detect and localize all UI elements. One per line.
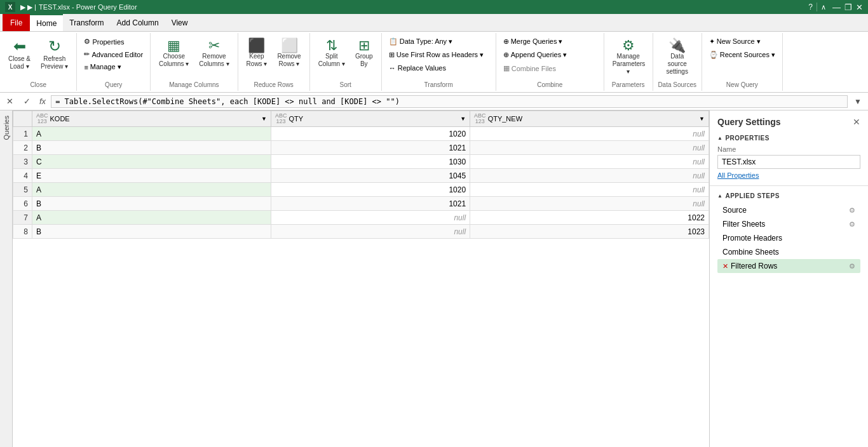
first-row-headers-btn[interactable]: ⊞ Use First Row as Headers ▾	[386, 49, 492, 61]
qty-cell: null	[271, 211, 470, 225]
name-input[interactable]	[717, 155, 860, 169]
close-load-label: Close &Load ▾	[8, 55, 31, 70]
first-row-label: Use First Row as Headers ▾	[397, 51, 484, 59]
row-number: 4	[13, 169, 32, 183]
maximize-btn[interactable]: ❐	[844, 3, 852, 12]
group-by-label: GroupBy	[355, 53, 373, 68]
quick-access: ▶ ▶ |	[20, 3, 36, 11]
append-label: Append Queries ▾	[511, 51, 567, 59]
formula-input[interactable]	[51, 95, 848, 108]
combine-files-btn[interactable]: ▦ Combine Files	[500, 62, 600, 74]
kode-cell: B	[32, 141, 271, 155]
data-sources-group-label: Data Sources	[658, 81, 696, 88]
home-menu-item[interactable]: Home	[30, 14, 63, 31]
manage-parameters-btn[interactable]: ⚙ ManageParameters ▾	[608, 36, 649, 79]
applied-step[interactable]: Filter Sheets⚙	[717, 217, 860, 231]
data-source-icon: 🔌	[668, 39, 686, 53]
help-icon[interactable]: ?	[808, 3, 813, 11]
formula-confirm-btn[interactable]: ✓	[20, 95, 34, 107]
qty-cell: 1020	[271, 127, 470, 141]
merge-icon: ⊕	[503, 37, 509, 46]
step-delete-icon[interactable]: ✕	[722, 262, 728, 270]
kode-cell: C	[32, 155, 271, 169]
qty-new-header[interactable]: ABC123 QTY_NEW ▼	[470, 111, 709, 127]
minimize-btn[interactable]: —	[832, 3, 841, 12]
table-row: 5A1020null	[13, 183, 709, 197]
queries-label[interactable]: Queries	[3, 116, 10, 140]
manage-btn[interactable]: ≡ Manage ▾	[81, 61, 146, 73]
transform-group-label: Transform	[424, 81, 453, 88]
recent-sources-btn[interactable]: ⌚ Recent Sources ▾	[706, 49, 778, 61]
table-row: 3C1030null	[13, 155, 709, 169]
data-type-btn[interactable]: 📋 Data Type: Any ▾	[386, 36, 492, 48]
fx-label: fx	[37, 97, 48, 106]
all-properties-link[interactable]: All Properties	[717, 171, 860, 179]
ribbon-group-close: ⬅ Close &Load ▾ ↻ RefreshPreview ▾ Close	[0, 33, 77, 91]
merge-queries-btn[interactable]: ⊕ Merge Queries ▾	[500, 36, 600, 48]
step-name-label: Source	[722, 206, 846, 215]
replace-values-btn[interactable]: ↔ Replace Values	[386, 62, 492, 74]
data-type-label: Data Type: Any ▾	[400, 37, 452, 46]
view-menu-item[interactable]: View	[165, 14, 194, 31]
new-source-btn[interactable]: ✦ New Source ▾	[706, 36, 764, 48]
header-row: ABC123 KODE ▼ ABC123 QTY ▼	[13, 111, 709, 127]
data-source-settings-btn[interactable]: 🔌 Data sourcesettings	[657, 36, 698, 79]
qty-cell: 1021	[271, 197, 470, 211]
row-number: 2	[13, 141, 32, 155]
choose-columns-btn[interactable]: ▦ ChooseColumns ▾	[154, 36, 193, 71]
qty-cell: 1030	[271, 155, 470, 169]
remove-columns-icon: ✂	[208, 39, 220, 53]
manage-columns-group-label: Manage Columns	[169, 81, 219, 88]
keep-rows-btn[interactable]: ⬛ KeepRows ▾	[242, 36, 272, 71]
qty-filter-icon[interactable]: ▼	[460, 116, 466, 122]
transform-menu-item[interactable]: Transform	[63, 14, 110, 31]
qty-new-cell: null	[470, 183, 709, 197]
parameters-group-label: Parameters	[612, 81, 645, 88]
kode-filter-icon[interactable]: ▼	[261, 116, 267, 122]
close-btn[interactable]: ✕	[856, 3, 863, 12]
refresh-preview-btn[interactable]: ↻ RefreshPreview ▾	[36, 36, 72, 74]
applied-step[interactable]: Promote Headers	[717, 231, 860, 245]
group-by-btn[interactable]: ⊞ GroupBy	[351, 36, 377, 71]
step-gear-icon[interactable]: ⚙	[849, 262, 855, 270]
close-load-btn[interactable]: ⬅ Close &Load ▾	[4, 36, 35, 74]
manage-label: Manage ▾	[90, 63, 121, 71]
split-column-label: SplitColumn ▾	[318, 53, 345, 68]
split-column-btn[interactable]: ⇅ SplitColumn ▾	[314, 36, 349, 71]
qty-new-filter-icon[interactable]: ▼	[699, 116, 705, 122]
replace-icon: ↔	[389, 64, 396, 72]
remove-rows-icon: ⬜	[281, 39, 298, 53]
table-row: 6B1021null	[13, 197, 709, 211]
step-gear-icon[interactable]: ⚙	[849, 220, 855, 229]
qty-type-icon: ABC123	[275, 113, 287, 124]
add-column-menu-item[interactable]: Add Column	[111, 14, 165, 31]
qty-header[interactable]: ABC123 QTY ▼	[271, 111, 470, 127]
kode-header[interactable]: ABC123 KODE ▼	[32, 111, 271, 127]
close-group-label: Close	[30, 81, 46, 88]
applied-step[interactable]: Combine Sheets	[717, 245, 860, 259]
choose-columns-icon: ▦	[167, 39, 180, 53]
settings-header: Query Settings ✕	[710, 110, 868, 131]
applied-steps-title: APPLIED STEPS	[717, 192, 860, 199]
applied-step[interactable]: Source⚙	[717, 203, 860, 217]
step-gear-icon[interactable]: ⚙	[849, 206, 855, 215]
close-load-icon: ⬅	[13, 39, 26, 54]
remove-columns-btn[interactable]: ✂ RemoveColumns ▾	[194, 36, 233, 71]
ribbon-group-query: ⚙ Properties ✏ Advanced Editor ≡ Manage …	[77, 33, 151, 91]
file-menu[interactable]: File	[3, 14, 30, 31]
formula-cancel-btn[interactable]: ✕	[3, 95, 17, 107]
qty-new-cell: 1023	[470, 225, 709, 239]
advanced-editor-btn[interactable]: ✏ Advanced Editor	[81, 48, 146, 60]
data-area[interactable]: ABC123 KODE ▼ ABC123 QTY ▼	[13, 110, 709, 447]
combine-icon: ▦	[503, 64, 510, 72]
formula-expand-btn[interactable]: ▼	[850, 96, 865, 107]
append-queries-btn[interactable]: ⊕ Append Queries ▾	[500, 49, 600, 61]
properties-btn[interactable]: ⚙ Properties	[81, 36, 146, 48]
kode-cell: A	[32, 127, 271, 141]
settings-close-btn[interactable]: ✕	[853, 117, 860, 127]
applied-steps-list: Source⚙Filter Sheets⚙Promote HeadersComb…	[717, 203, 860, 273]
applied-step[interactable]: ✕Filtered Rows⚙	[717, 259, 860, 273]
refresh-icon: ↻	[48, 39, 61, 54]
remove-rows-btn[interactable]: ⬜ RemoveRows ▾	[273, 36, 305, 71]
collapse-ribbon-icon[interactable]: ∧	[821, 3, 826, 11]
